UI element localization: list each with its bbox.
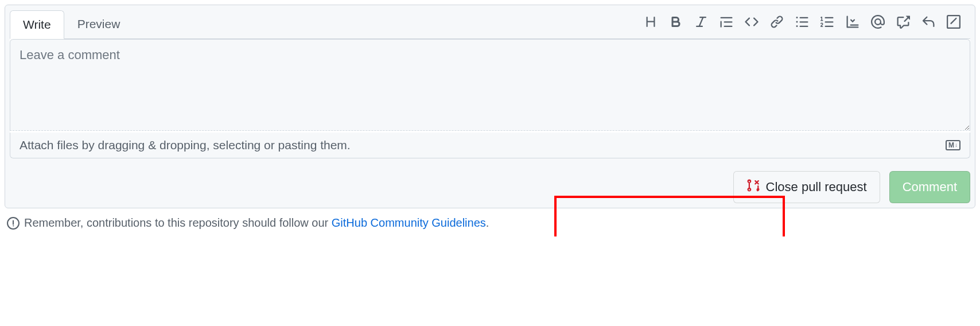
attach-hint-row[interactable]: Attach files by dragging & dropping, sel… bbox=[10, 133, 970, 158]
mention-icon[interactable] bbox=[869, 13, 886, 30]
info-icon bbox=[7, 217, 20, 230]
textarea-wrap bbox=[10, 39, 970, 133]
tab-bar: Write Preview bbox=[5, 5, 975, 38]
close-pull-request-button[interactable]: Close pull request bbox=[733, 171, 880, 203]
bold-icon[interactable] bbox=[667, 13, 685, 30]
ordered-list-icon[interactable] bbox=[819, 13, 836, 30]
formatting-toolbar bbox=[642, 13, 970, 35]
comment-body: Attach files by dragging & dropping, sel… bbox=[10, 38, 970, 158]
footer-note: Remember, contributions to this reposito… bbox=[5, 208, 975, 232]
comment-textarea[interactable] bbox=[10, 39, 970, 131]
heading-icon[interactable] bbox=[642, 13, 659, 30]
comment-button[interactable]: Comment bbox=[889, 171, 970, 203]
action-bar: Close pull request Comment bbox=[5, 163, 975, 208]
link-icon[interactable] bbox=[768, 13, 785, 30]
close-button-label: Close pull request bbox=[766, 180, 867, 195]
footer-suffix: . bbox=[486, 216, 489, 229]
tab-write[interactable]: Write bbox=[10, 10, 64, 39]
tab-preview[interactable]: Preview bbox=[64, 10, 134, 38]
code-icon[interactable] bbox=[743, 13, 760, 30]
tabs: Write Preview bbox=[10, 10, 133, 38]
cross-reference-icon[interactable] bbox=[895, 13, 912, 30]
reply-icon[interactable] bbox=[920, 13, 937, 30]
unordered-list-icon[interactable] bbox=[794, 13, 811, 30]
guidelines-link[interactable]: GitHub Community Guidelines bbox=[332, 216, 486, 229]
italic-icon[interactable] bbox=[693, 13, 710, 30]
comment-box: Write Preview bbox=[5, 5, 975, 208]
attach-hint-text: Attach files by dragging & dropping, sel… bbox=[20, 138, 351, 152]
markdown-badge-icon[interactable]: M↓ bbox=[946, 140, 960, 150]
comment-container: Write Preview bbox=[5, 5, 975, 232]
footer-prefix: Remember, contributions to this reposito… bbox=[24, 216, 332, 229]
quote-icon[interactable] bbox=[718, 13, 735, 30]
footer-text: Remember, contributions to this reposito… bbox=[24, 216, 489, 230]
task-list-icon[interactable] bbox=[844, 13, 861, 30]
diff-icon[interactable] bbox=[945, 13, 962, 30]
git-pull-request-closed-icon bbox=[746, 178, 760, 196]
